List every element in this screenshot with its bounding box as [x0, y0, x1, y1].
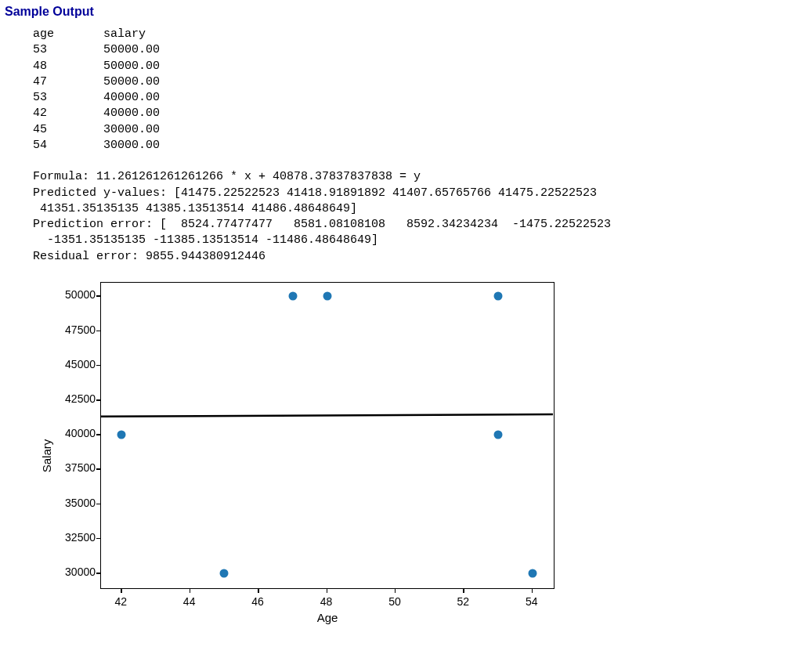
output-block: age salary 53 50000.00 48 50000.00 47 50…	[33, 27, 797, 265]
y-tick-label: 50000	[49, 288, 96, 301]
x-tick-label: 46	[242, 595, 273, 608]
regression-line	[101, 414, 553, 417]
chart-area: Salary Age 30000325003500037500400004250…	[33, 274, 565, 638]
x-tick-label: 42	[105, 595, 136, 608]
data-point	[494, 292, 503, 301]
page-root: Sample Output age salary 53 50000.00 48 …	[0, 0, 802, 654]
y-tick-mark	[96, 573, 100, 574]
x-tick-mark	[327, 589, 328, 593]
x-tick-label: 44	[174, 595, 205, 608]
x-tick-label: 48	[311, 595, 342, 608]
plot-svg	[101, 283, 554, 588]
data-point	[220, 569, 229, 578]
data-point	[494, 431, 503, 439]
y-tick-mark	[96, 365, 100, 367]
data-point	[117, 431, 126, 439]
x-axis-label: Age	[100, 611, 555, 624]
x-tick-mark	[258, 589, 259, 593]
y-tick-mark	[96, 538, 100, 540]
data-point	[323, 292, 331, 301]
x-tick-mark	[463, 589, 464, 593]
y-tick-mark	[96, 434, 100, 435]
y-tick-label: 35000	[49, 497, 96, 509]
data-point	[288, 292, 297, 301]
plot-frame	[100, 282, 555, 589]
data-point	[528, 569, 536, 578]
y-tick-label: 37500	[49, 461, 96, 474]
y-tick-label: 30000	[49, 565, 96, 578]
x-tick-mark	[190, 589, 191, 593]
y-tick-label: 47500	[49, 323, 96, 336]
y-tick-label: 32500	[49, 531, 96, 544]
y-tick-mark	[96, 399, 100, 401]
section-title: Sample Output	[5, 5, 797, 19]
x-tick-label: 50	[379, 595, 410, 608]
x-tick-mark	[395, 589, 396, 593]
y-tick-mark	[96, 295, 100, 297]
y-tick-mark	[96, 504, 100, 505]
y-tick-label: 40000	[49, 427, 96, 439]
x-tick-mark	[121, 589, 122, 593]
x-tick-label: 54	[516, 595, 547, 608]
x-tick-label: 52	[447, 595, 479, 608]
y-tick-label: 45000	[49, 358, 96, 370]
y-tick-mark	[96, 468, 100, 470]
y-tick-mark	[96, 331, 100, 332]
x-tick-mark	[532, 589, 533, 593]
y-tick-label: 42500	[49, 392, 96, 405]
